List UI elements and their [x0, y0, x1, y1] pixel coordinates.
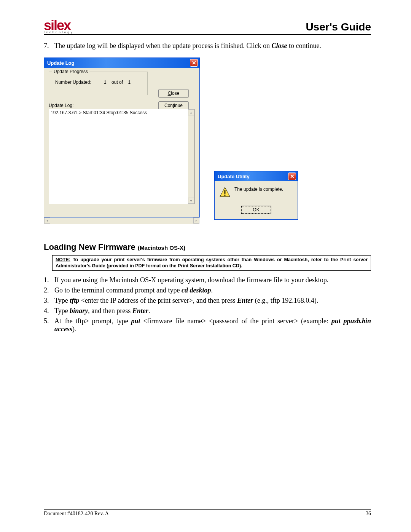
svg-rect-1	[225, 190, 226, 193]
update-utility-window: Update Utility ✕ The update is complete.…	[214, 171, 298, 220]
step-number: 4.	[44, 307, 54, 315]
scroll-right-icon[interactable]: ▸	[193, 217, 199, 224]
scroll-down-icon[interactable]: ▾	[188, 198, 194, 204]
number-updated-value: 1	[104, 80, 107, 85]
step-emphasis: Enter	[237, 297, 253, 304]
note-label: NOTE:	[56, 257, 70, 262]
step-fragment: (e.g., tftp 192.168.0.4).	[253, 297, 318, 304]
step-7-text-b: to continue.	[287, 42, 321, 50]
step-fragment: If you are using the Macintosh OS-X oper…	[54, 276, 328, 284]
step-text: At the tftp> prompt, type put <firmware …	[54, 317, 371, 333]
continue-button[interactable]: Continue	[158, 101, 189, 110]
step-text: Go to the terminal command prompt and ty…	[54, 286, 371, 294]
scroll-left-icon[interactable]: ◂	[44, 217, 50, 224]
logo-text: silex	[44, 21, 74, 30]
step-fragment: <enter the IP address of the print serve…	[79, 297, 237, 304]
step-emphasis: Enter	[132, 307, 148, 315]
step-item: 2.Go to the terminal command prompt and …	[44, 286, 371, 294]
step-emphasis: cd desktop	[182, 286, 211, 294]
dialogs-area: Update Log ✕ Update Progress Number Upda…	[44, 58, 371, 227]
section-heading-a: Loading New Firmware	[44, 242, 138, 252]
logo: silex technology	[44, 21, 74, 33]
warning-icon	[219, 187, 231, 199]
step-item: 1.If you are using the Macintosh OS-X op…	[44, 276, 371, 284]
svg-point-2	[224, 195, 225, 196]
step-item: 5.At the tftp> prompt, type put <firmwar…	[44, 317, 371, 333]
step-text: If you are using the Macintosh OS-X oper…	[54, 276, 371, 284]
update-log-textbox[interactable]: 192.167.3.61-> Start:01:34 Stop:01:35 Su…	[49, 109, 195, 204]
doc-header: silex technology User's Guide	[44, 21, 371, 35]
step-7-close-ref: Close	[271, 42, 287, 50]
continue-pre: Con	[164, 103, 173, 108]
continue-rest: inue	[174, 103, 183, 108]
doc-footer: Document #40182-420 Rev. A 36	[44, 509, 371, 517]
update-utility-title: Update Utility	[218, 174, 250, 179]
update-log-body: Update Progress Number Updated: 1 out of…	[44, 68, 199, 207]
step-fragment: Type	[54, 297, 70, 304]
step-7-text-a: The update log will be displayed when th…	[54, 42, 271, 50]
step-text: Type tftp <enter the IP address of the p…	[54, 297, 371, 305]
close-icon[interactable]: ✕	[288, 173, 296, 180]
section-heading: Loading New Firmware (Macintosh OS-X)	[44, 242, 371, 252]
step-fragment: Go to the terminal command prompt and ty…	[54, 286, 182, 294]
step-number: 3.	[44, 297, 54, 305]
out-of-label: out of	[112, 80, 123, 85]
step-number: 5.	[44, 317, 54, 333]
update-complete-message: The update is complete.	[234, 187, 283, 192]
log-entry: 192.167.3.61-> Start:01:34 Stop:01:35 Su…	[51, 110, 147, 115]
number-updated-label: Number Updated:	[55, 80, 91, 85]
number-updated-total: 1	[128, 80, 131, 85]
vertical-scrollbar[interactable]: ▴ ▾	[188, 109, 194, 204]
close-icon[interactable]: ✕	[190, 59, 198, 67]
step-fragment: , and then press	[88, 307, 132, 315]
steps-list: 1.If you are using the Macintosh OS-X op…	[44, 276, 371, 333]
step-text: Type binary, and then press Enter.	[54, 307, 371, 315]
step-fragment: .	[211, 286, 213, 294]
logo-subtext: technology	[44, 31, 74, 33]
ok-button[interactable]: OK	[241, 206, 271, 214]
step-fragment: .	[148, 307, 150, 315]
close-rest: lose	[171, 91, 179, 96]
step-number: 1.	[44, 276, 54, 284]
step-number: 2.	[44, 286, 54, 294]
update-utility-titlebar[interactable]: Update Utility ✕	[215, 171, 298, 181]
step-item: 3.Type tftp <enter the IP address of the…	[44, 297, 371, 305]
scroll-up-icon[interactable]: ▴	[188, 109, 194, 115]
step-fragment: <firmware file name> <password of the pr…	[140, 317, 331, 325]
update-utility-body: The update is complete.	[215, 181, 298, 202]
update-log-buttons: Close Continue	[158, 89, 189, 110]
step-item: 4.Type binary, and then press Enter.	[44, 307, 371, 315]
section-heading-b: (Macintosh OS-X)	[138, 244, 185, 251]
note-text: To upgrade your print server's firmware …	[56, 257, 368, 268]
update-log-window: Update Log ✕ Update Progress Number Upda…	[44, 58, 200, 217]
doc-id: Document #40182-420 Rev. A	[44, 511, 109, 517]
note-box: NOTE: To upgrade your print server's fir…	[52, 255, 371, 271]
page-number: 36	[366, 511, 371, 517]
step-emphasis: put	[131, 317, 140, 325]
close-button[interactable]: Close	[158, 89, 189, 97]
step-fragment: Type	[54, 307, 70, 315]
step-emphasis: tftp	[70, 297, 79, 304]
step-7-text: The update log will be displayed when th…	[54, 42, 371, 50]
update-log-titlebar[interactable]: Update Log ✕	[44, 58, 199, 68]
number-updated-row: Number Updated: 1 out of 1	[52, 80, 144, 85]
progress-legend: Update Progress	[52, 69, 89, 74]
page-title: User's Guide	[306, 21, 371, 33]
step-fragment: ).	[72, 325, 76, 333]
update-progress-group: Update Progress Number Updated: 1 out of…	[49, 72, 148, 95]
update-log-title: Update Log	[47, 60, 75, 66]
step-fragment: At the tftp> prompt, type	[54, 317, 131, 325]
step-7-number: 7.	[44, 42, 54, 50]
step-7: 7. The update log will be displayed when…	[44, 42, 371, 50]
horizontal-scrollbar[interactable]: ◂ ▸	[44, 217, 199, 224]
step-emphasis: binary	[70, 307, 88, 315]
